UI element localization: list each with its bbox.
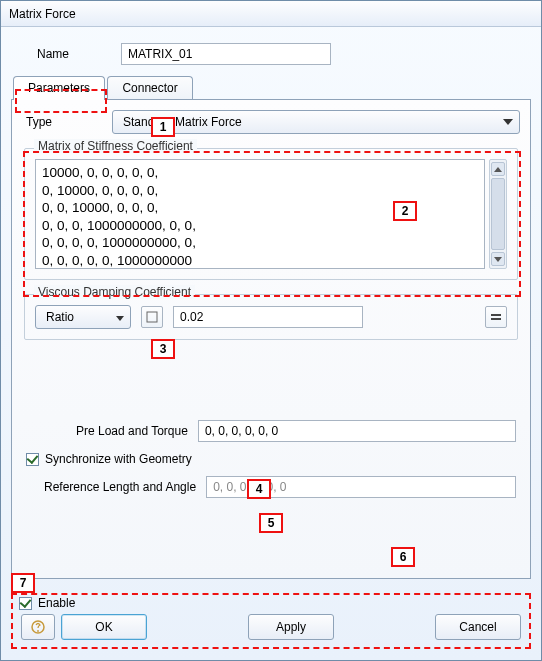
damping-picker-button[interactable] [141, 306, 163, 328]
enable-checkbox[interactable]: Enable [19, 596, 75, 610]
titlebar: Matrix Force [1, 1, 541, 27]
matrix-force-dialog: Matrix Force Name Parameters Connector T… [0, 0, 542, 661]
checkbox-icon [19, 597, 32, 610]
preload-input[interactable] [198, 420, 516, 442]
stiffness-matrix-textarea[interactable]: 10000, 0, 0, 0, 0, 0, 0, 10000, 0, 0, 0,… [35, 159, 485, 269]
svg-rect-4 [147, 312, 157, 322]
damping-mode-dropdown[interactable]: Ratio [35, 305, 131, 329]
scroll-thumb[interactable] [491, 178, 505, 250]
type-label: Type [22, 115, 82, 129]
svg-marker-2 [494, 257, 502, 262]
damping-equals-button[interactable] [485, 306, 507, 328]
damping-value-input[interactable] [173, 306, 363, 328]
stiffness-group: Matrix of Stiffness Coefficient 10000, 0… [24, 148, 518, 280]
chevron-down-icon [116, 310, 124, 324]
type-dropdown[interactable]: Standard Matrix Force [112, 110, 520, 134]
enable-label: Enable [38, 596, 75, 610]
scroll-up-icon[interactable] [491, 162, 505, 176]
svg-point-8 [37, 630, 39, 632]
sync-geometry-label: Synchronize with Geometry [45, 452, 192, 466]
damping-title: Viscous Damping Coefficient [34, 285, 195, 299]
tab-body-parameters: Type Standard Matrix Force Matrix of Sti… [11, 99, 531, 579]
cancel-button[interactable]: Cancel [435, 614, 521, 640]
footer: Enable OK Apply Cancel [11, 590, 531, 650]
damping-group: Viscous Damping Coefficient Ratio [24, 294, 518, 340]
scroll-down-icon[interactable] [491, 252, 505, 266]
chevron-down-icon [503, 119, 513, 125]
name-input[interactable] [121, 43, 331, 65]
window-title: Matrix Force [9, 7, 76, 21]
refla-input [206, 476, 516, 498]
preload-label: Pre Load and Torque [76, 424, 188, 438]
stiffness-title: Matrix of Stiffness Coefficient [34, 139, 197, 153]
svg-marker-1 [494, 167, 502, 172]
help-button[interactable] [21, 614, 55, 640]
help-icon [30, 619, 46, 635]
tab-connector[interactable]: Connector [107, 76, 192, 100]
tab-parameters[interactable]: Parameters [13, 76, 105, 100]
damping-mode-selected: Ratio [46, 310, 74, 324]
checkbox-icon [26, 453, 39, 466]
type-selected: Standard Matrix Force [123, 115, 242, 129]
tabstrip: Parameters Connector [13, 75, 531, 99]
stiffness-scrollbar[interactable] [489, 159, 507, 269]
svg-marker-3 [116, 316, 124, 321]
ok-button[interactable]: OK [61, 614, 147, 640]
name-label: Name [37, 47, 97, 61]
apply-button[interactable]: Apply [248, 614, 334, 640]
svg-marker-0 [503, 119, 513, 125]
refla-label: Reference Length and Angle [44, 480, 196, 494]
sync-geometry-checkbox[interactable]: Synchronize with Geometry [26, 452, 192, 466]
